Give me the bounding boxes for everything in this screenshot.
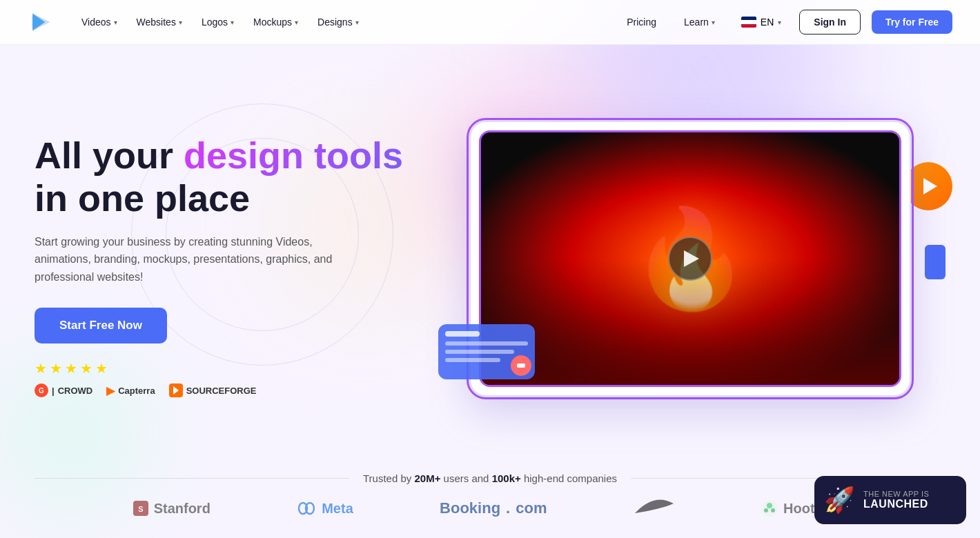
svg-point-17 (764, 508, 768, 512)
lang-chevron-icon: ▾ (778, 19, 781, 26)
svg-point-16 (767, 503, 772, 508)
trusted-divider: Trusted by 20M+ users and 100k+ high-end… (35, 472, 945, 484)
banner-large-text: LAUNCHED (863, 498, 929, 510)
capterra-icon: ▶ (106, 384, 115, 397)
star-4: ★ (80, 360, 92, 377)
svg-rect-10 (517, 363, 525, 368)
language-selector[interactable]: EN ▾ (734, 12, 788, 32)
flag-icon (741, 17, 756, 28)
capterra-logo: ▶ Capterra (106, 384, 155, 397)
star-5: ★ (95, 360, 108, 377)
partner-meta: Meta (297, 501, 353, 517)
logo[interactable] (28, 10, 52, 34)
banner-text-container: THE NEW APP IS LAUNCHED (863, 490, 929, 510)
svg-text:S: S (138, 505, 143, 513)
hero-left: All your design tools in one place Start… (35, 134, 421, 398)
star-3: ★ (65, 360, 77, 377)
deco-play-button (904, 162, 952, 210)
deco-blue-bar (925, 245, 945, 279)
mockups-chevron-icon: ▾ (295, 19, 298, 26)
g2-pipe: | (52, 386, 55, 396)
star-1: ★ (35, 360, 47, 377)
hero-right: 🔥 (421, 121, 945, 410)
nav-pricing[interactable]: Pricing (618, 11, 665, 33)
websites-chevron-icon: ▾ (179, 19, 182, 26)
hero-title: All your design tools in one place (35, 134, 421, 219)
deco-play-triangle (923, 178, 937, 195)
sourceforge-text: SOURCEFORGE (186, 386, 257, 396)
partner-stanford: S Stanford (133, 501, 210, 517)
hero-subtitle: Start growing your business by creating … (35, 233, 366, 286)
nav-right: Pricing Learn ▾ EN ▾ Sign In Try for Fre… (618, 10, 952, 34)
g2-icon: G (35, 383, 48, 397)
divider-left (35, 478, 349, 479)
try-free-button[interactable]: Try for Free (872, 10, 952, 34)
nav-logos[interactable]: Logos ▾ (193, 11, 242, 33)
crowd-text: CROWD (58, 386, 93, 396)
nav-left: Videos ▾ Websites ▾ Logos ▾ Mockups ▾ De… (73, 11, 618, 33)
partner-logos: S Stanford Meta Booking . com Hootsuite (35, 498, 945, 519)
nav-learn[interactable]: Learn ▾ (676, 11, 723, 33)
navbar: Videos ▾ Websites ▾ Logos ▾ Mockups ▾ De… (0, 0, 980, 45)
signin-button[interactable]: Sign In (799, 10, 861, 34)
nav-videos[interactable]: Videos ▾ (73, 11, 126, 33)
nav-mockups[interactable]: Mockups ▾ (245, 11, 306, 33)
video-container: 🔥 (455, 121, 911, 410)
hero-section: All your design tools in one place Start… (0, 45, 980, 472)
nav-designs[interactable]: Designs ▾ (309, 11, 367, 33)
review-logos: G | CROWD ▶ Capterra SOURCEFORGE (35, 383, 421, 397)
play-button[interactable] (668, 237, 712, 281)
svg-rect-8 (445, 358, 500, 362)
svg-marker-3 (173, 386, 179, 395)
logos-chevron-icon: ▾ (231, 19, 234, 26)
designs-chevron-icon: ▾ (355, 19, 359, 26)
svg-rect-6 (445, 341, 528, 346)
svg-rect-7 (445, 350, 514, 354)
users-count: 20M+ (414, 472, 440, 484)
companies-count: 100k+ (492, 472, 521, 484)
hero-title-accent: design tools (184, 134, 403, 176)
videos-chevron-icon: ▾ (114, 19, 117, 26)
video-player[interactable]: 🔥 (479, 130, 901, 387)
trusted-text: Trusted by 20M+ users and 100k+ high-end… (363, 472, 617, 484)
rocket-icon: 🚀 (824, 486, 855, 515)
partner-nike (634, 498, 675, 519)
app-launched-banner[interactable]: 🚀 THE NEW APP IS LAUNCHED (814, 476, 966, 524)
sf-icon (169, 383, 183, 397)
svg-rect-5 (445, 331, 480, 337)
star-2: ★ (50, 360, 62, 377)
start-free-button[interactable]: Start Free Now (35, 308, 167, 343)
play-triangle-icon (684, 250, 699, 267)
sourceforge-logo: SOURCEFORGE (169, 383, 257, 397)
deco-widget (435, 321, 538, 383)
g2-crowd-logo: G | CROWD (35, 383, 92, 397)
svg-point-18 (771, 508, 775, 512)
learn-chevron-icon: ▾ (712, 19, 715, 26)
banner-small-text: THE NEW APP IS (863, 490, 929, 498)
partner-booking: Booking . com (440, 499, 547, 517)
capterra-text: Capterra (118, 386, 155, 396)
nav-websites[interactable]: Websites ▾ (128, 11, 190, 33)
star-rating: ★ ★ ★ ★ ★ (35, 360, 421, 377)
